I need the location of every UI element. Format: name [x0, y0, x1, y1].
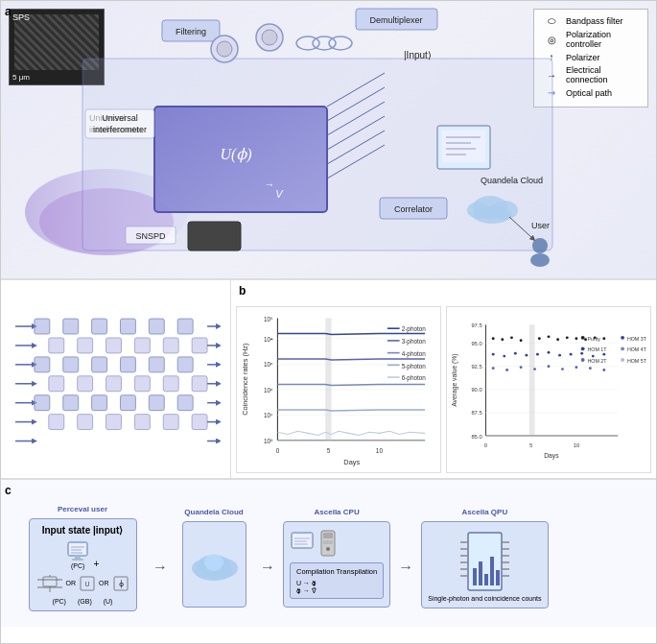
- stage-qpu: Ascella QPU: [421, 508, 548, 608]
- legend-item-electrical: → Electricalconnection: [542, 65, 640, 84]
- svg-point-188: [621, 346, 624, 350]
- svg-point-212: [204, 554, 223, 571]
- svg-rect-92: [192, 415, 207, 430]
- svg-rect-147: [529, 324, 535, 436]
- svg-rect-70: [63, 357, 79, 372]
- svg-point-45: [256, 24, 283, 51]
- legend-item-optical: ⇝ Optical path: [542, 87, 640, 98]
- svg-point-40: [532, 238, 548, 253]
- cpu-monitor-svg: [290, 532, 317, 555]
- svg-point-186: [621, 336, 624, 340]
- svg-point-171: [492, 367, 495, 370]
- charts-area: b Coincidence rates (Hz): [231, 280, 656, 478]
- legend-item-polarization: ◎ Polarizationcontroller: [542, 30, 640, 49]
- gb-sublabel: (GB): [78, 598, 92, 605]
- pc-icon: (PC): [66, 541, 90, 569]
- svg-point-173: [520, 366, 523, 369]
- sem-scale: 5 μm: [12, 73, 30, 82]
- svg-rect-87: [49, 415, 64, 430]
- svg-point-174: [533, 368, 536, 370]
- svg-rect-82: [63, 395, 79, 411]
- gb-circuit: [35, 573, 64, 594]
- svg-rect-237: [484, 574, 488, 585]
- svg-text:4-photon: 4-photon: [402, 350, 427, 358]
- svg-point-184: [581, 358, 585, 362]
- svg-rect-60: [120, 319, 135, 334]
- legend-bandpass-label: Bandpass filter: [566, 16, 623, 26]
- svg-rect-86: [177, 395, 193, 411]
- compilation-label: Compilation Transpilation: [296, 566, 377, 578]
- svg-rect-77: [106, 376, 122, 392]
- svg-rect-72: [120, 357, 135, 372]
- chart-b-header: b: [231, 280, 656, 301]
- qpu-header-text: Ascella QPU: [462, 508, 508, 516]
- sem-image: 5 μm SPS: [9, 9, 105, 85]
- svg-rect-239: [496, 570, 500, 585]
- interferometer-diagram: [1, 280, 231, 478]
- svg-rect-57: [35, 319, 50, 334]
- svg-text:87.5: 87.5: [471, 410, 481, 416]
- math2: φ̃ → Ṽ: [296, 587, 377, 595]
- svg-text:U(ϕ): U(ϕ): [220, 146, 251, 163]
- svg-rect-26: [380, 198, 447, 219]
- cpu-text: CPU: [343, 508, 360, 516]
- svg-point-161: [503, 355, 505, 358]
- svg-text:0: 0: [276, 447, 280, 454]
- svg-text:10¹: 10¹: [264, 412, 272, 418]
- circuit-row: OR U OR ϕ: [35, 573, 130, 594]
- svg-text:U: U: [84, 581, 89, 587]
- svg-rect-67: [163, 338, 178, 353]
- svg-text:interferometer: interferometer: [89, 125, 143, 134]
- sublabels: (PC) (GB) (U): [53, 598, 113, 605]
- svg-point-159: [602, 337, 605, 340]
- charts-row: Coincidence rates (Hz) 10⁰ 10¹ 10² 10³ 1…: [231, 301, 656, 478]
- svg-point-182: [581, 346, 585, 350]
- svg-point-162: [514, 352, 517, 355]
- svg-text:5: 5: [327, 447, 331, 454]
- svg-text:3-photon: 3-photon: [402, 338, 427, 346]
- bottom-section: b Coincidence rates (Hz): [1, 279, 656, 478]
- svg-rect-84: [120, 395, 135, 411]
- svg-text:Universal: Universal: [102, 113, 138, 123]
- or-label-2: OR: [99, 580, 109, 586]
- svg-text:HOM 5T: HOM 5T: [627, 358, 647, 364]
- stage-perceval: Perceval user Input state |input⟩: [20, 505, 145, 611]
- pc-label: (PC): [71, 562, 84, 569]
- svg-text:95.0: 95.0: [471, 341, 481, 346]
- math1: U → φ̃: [296, 580, 377, 587]
- svg-point-148: [492, 337, 495, 340]
- diagram-area: a 5 μm SPS ⬭ Bandpass filter ◎ Polarizat…: [1, 1, 656, 279]
- svg-text:10⁰: 10⁰: [264, 438, 273, 444]
- bandpass-icon: ⬭: [542, 15, 561, 27]
- plus-sign: +: [94, 559, 100, 569]
- svg-rect-238: [490, 557, 494, 585]
- svg-point-47: [296, 36, 319, 50]
- svg-text:Demultiplexer: Demultiplexer: [369, 15, 422, 25]
- svg-text:10: 10: [574, 442, 579, 448]
- cpu-tower-svg: [319, 530, 337, 557]
- legend-item-bandpass: ⬭ Bandpass filter: [542, 15, 640, 27]
- svg-text:0: 0: [484, 442, 487, 448]
- svg-text:97.5: 97.5: [471, 322, 481, 328]
- cpu-header: Ascella Coincidence rates (Hz)CPU: [315, 508, 360, 516]
- legend-item-polarizer: ↑ Polarizer: [542, 52, 640, 62]
- svg-rect-58: [63, 319, 79, 334]
- svg-rect-219: [323, 533, 333, 538]
- svg-point-165: [548, 351, 551, 354]
- svg-point-168: [580, 352, 583, 355]
- svg-point-150: [510, 336, 513, 339]
- svg-rect-15: [356, 9, 437, 30]
- svg-rect-79: [163, 376, 178, 392]
- svg-text:10²: 10²: [264, 387, 272, 394]
- svg-line-7: [327, 73, 385, 107]
- perceval-content: Input state |input⟩: [35, 525, 130, 605]
- svg-point-167: [570, 353, 573, 356]
- svg-rect-193: [70, 544, 85, 554]
- svg-point-44: [217, 41, 232, 57]
- svg-text:|Input⟩: |Input⟩: [404, 50, 432, 60]
- svg-text:Correlator: Correlator: [394, 204, 433, 214]
- svg-rect-78: [134, 376, 150, 392]
- svg-point-46: [262, 30, 277, 45]
- svg-rect-28: [437, 126, 490, 169]
- svg-rect-83: [92, 395, 107, 411]
